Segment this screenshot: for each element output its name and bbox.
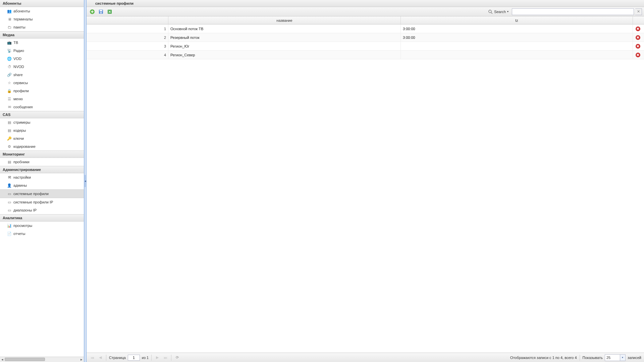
- add-button[interactable]: [89, 8, 96, 15]
- table-row[interactable]: 1Основной поток ТВ3:00:00✖: [87, 24, 644, 33]
- page-input[interactable]: [128, 355, 140, 361]
- delete-row-button[interactable]: ✖: [633, 33, 643, 42]
- sidebar-item-menu[interactable]: ☰ меню: [0, 95, 84, 103]
- column-header-tz[interactable]: tz: [401, 16, 633, 24]
- svg-line-6: [491, 12, 492, 14]
- sidebar-item-nvod[interactable]: ⏱ NVOD: [0, 63, 84, 71]
- sidebar-item-keys[interactable]: 🔑 ключи: [0, 134, 84, 142]
- sidebar-item-services[interactable]: ☆ сервисы: [0, 79, 84, 87]
- sidebar-item-label: настройки: [13, 175, 31, 179]
- app-root: Абоненты 👥 абоненты 🖥 терминалы 🗀 пакеты…: [0, 0, 644, 362]
- column-header-rownum[interactable]: [87, 16, 168, 24]
- cell-tz: 3:00:00: [401, 33, 633, 42]
- cell-rownum: 2: [87, 33, 168, 42]
- terminal-icon: 🖥: [7, 16, 12, 22]
- table-row[interactable]: 2Резервный поток3:00:00✖: [87, 33, 644, 42]
- views-icon: 📊: [7, 223, 12, 228]
- table-row[interactable]: 3Регион_Юг✖: [87, 42, 644, 51]
- cell-name: Регион_Север: [168, 51, 401, 59]
- sidebar-item-label: просмотры: [13, 224, 32, 228]
- next-icon: ▶: [156, 355, 159, 360]
- key-icon: 🔑: [7, 136, 12, 141]
- sidebar-item-label: диапазоны IP: [13, 208, 37, 212]
- save-button[interactable]: [97, 8, 105, 15]
- search-icon: [488, 9, 493, 14]
- cell-rownum: 4: [87, 51, 168, 59]
- svg-rect-3: [100, 12, 102, 13]
- close-icon: ✕: [637, 9, 640, 14]
- sidebar-item-encoders[interactable]: ▤ кодеры: [0, 126, 84, 134]
- sidebar-item-label: кодирование: [13, 144, 36, 148]
- first-icon: ⏮: [91, 356, 94, 360]
- sidebar-item-subscribers[interactable]: 👥 абоненты: [0, 7, 84, 15]
- sidebar-item-label: абоненты: [13, 9, 30, 13]
- sidebar-item-label: кодеры: [13, 128, 26, 132]
- column-header-delete: [633, 16, 643, 24]
- table-row[interactable]: 4Регион_Север✖: [87, 51, 644, 59]
- column-header-name[interactable]: название: [168, 16, 401, 24]
- search-input[interactable]: [512, 8, 634, 15]
- lock-icon: 🔒: [7, 88, 12, 94]
- sidebar-horizontal-scroll[interactable]: ◂ ▸: [0, 357, 84, 362]
- plus-icon: [90, 9, 95, 14]
- sidebar-item-share[interactable]: 🔗 share: [0, 71, 84, 79]
- sidebar-item-system-profiles-ip[interactable]: ▭ системные профили IP: [0, 198, 84, 206]
- scroll-left-icon[interactable]: ◂: [0, 357, 5, 362]
- sidebar-item-label: пакеты: [13, 25, 25, 29]
- radio-icon: 📡: [7, 48, 12, 53]
- delete-icon: ✖: [636, 35, 640, 40]
- cell-tz: [401, 42, 633, 50]
- scroll-thumb[interactable]: [5, 358, 45, 361]
- delete-row-button[interactable]: ✖: [633, 24, 643, 33]
- delete-row-button[interactable]: ✖: [633, 42, 643, 50]
- export-button[interactable]: [106, 8, 113, 15]
- sidebar-item-encoding[interactable]: ⚙ кодирование: [0, 142, 84, 150]
- sidebar-item-reports[interactable]: 📄 отчеты: [0, 230, 84, 238]
- sidebar-item-label: VOD: [13, 57, 21, 61]
- delete-icon: ✖: [636, 53, 640, 57]
- page-label: Страница: [109, 356, 126, 360]
- cell-name: Регион_Юг: [168, 42, 401, 50]
- sidebar-item-messages[interactable]: ✉ сообщения: [0, 103, 84, 111]
- sidebar-group-subscribers: Абоненты: [0, 0, 84, 7]
- cell-name: Основной поток ТВ: [168, 24, 401, 33]
- page-size-select[interactable]: 25 ▾: [605, 354, 626, 361]
- page-first-button[interactable]: ⏮: [89, 355, 95, 361]
- delete-row-button[interactable]: ✖: [633, 51, 643, 59]
- page-prev-button[interactable]: ◀: [97, 355, 103, 361]
- sidebar-item-ip-ranges[interactable]: ▭ диапазоны IP: [0, 206, 84, 214]
- scroll-right-icon[interactable]: ▸: [79, 357, 84, 362]
- sidebar-group-admin: Администрирование: [0, 166, 84, 173]
- scroll-track[interactable]: [5, 357, 79, 362]
- cell-tz: [401, 51, 633, 59]
- page-next-button[interactable]: ▶: [154, 355, 160, 361]
- page-size-label: Показывать: [583, 356, 603, 360]
- sidebar-item-tv[interactable]: 📺 ТВ: [0, 39, 84, 47]
- sidebar-item-packages[interactable]: 🗀 пакеты: [0, 23, 84, 31]
- admins-icon: 👤: [7, 183, 12, 188]
- sidebar-item-label: ключи: [13, 136, 24, 140]
- sidebar-item-label: Радио: [13, 49, 24, 53]
- sidebar-item-admins[interactable]: 👤 админы: [0, 181, 84, 189]
- message-icon: ✉: [7, 104, 12, 110]
- sidebar-item-terminals[interactable]: 🖥 терминалы: [0, 15, 84, 23]
- sidebar-item-profiles[interactable]: 🔒 профили: [0, 87, 84, 95]
- sidebar-item-streamers[interactable]: ▤ стримеры: [0, 118, 84, 126]
- sidebar-item-radio[interactable]: 📡 Радио: [0, 47, 84, 55]
- grid-header: название tz: [87, 16, 644, 24]
- sidebar-item-views[interactable]: 📊 просмотры: [0, 222, 84, 230]
- splitter-handle-icon: ◂: [85, 175, 86, 187]
- star-icon: ☆: [7, 80, 12, 85]
- sidebar-group-analytics: Аналитика: [0, 214, 84, 222]
- search-dropdown[interactable]: Search ▾: [486, 9, 511, 14]
- page-last-button[interactable]: ⏭: [162, 355, 168, 361]
- sidebar-item-settings[interactable]: 🛠 настройки: [0, 173, 84, 181]
- sidebar-item-label: профили: [13, 89, 29, 93]
- sidebar-item-system-profiles[interactable]: ▭ системные профили: [0, 189, 84, 198]
- sidebar-item-probes[interactable]: ▤ пробники: [0, 158, 84, 166]
- refresh-button[interactable]: ⟳: [174, 355, 180, 361]
- sidebar-body: Абоненты 👥 абоненты 🖥 терминалы 🗀 пакеты…: [0, 0, 84, 357]
- page-size-value: 25: [606, 356, 610, 360]
- search-clear-button[interactable]: ✕: [635, 8, 642, 15]
- sidebar-item-vod[interactable]: 🌐 VOD: [0, 55, 84, 63]
